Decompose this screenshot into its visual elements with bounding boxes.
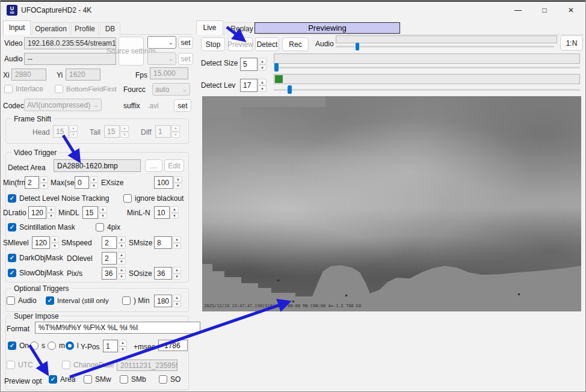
detect-size-value[interactable]: 5 bbox=[240, 58, 258, 71]
changedate-checkbox[interactable] bbox=[62, 361, 70, 369]
detect-lev-slider-track[interactable] bbox=[274, 89, 580, 91]
spin-down-icon[interactable]: ▼ bbox=[117, 274, 126, 280]
exsize-spin-buttons[interactable]: ▲▼ bbox=[174, 176, 182, 189]
ypos-spin-buttons[interactable]: ▲▼ bbox=[119, 340, 127, 352]
spin-down-icon[interactable]: ▼ bbox=[258, 64, 267, 71]
spin-down-icon[interactable]: ▼ bbox=[173, 274, 181, 280]
spin-down-icon[interactable]: ▼ bbox=[171, 132, 180, 138]
audio-set-button[interactable]: set bbox=[178, 53, 193, 65]
detect-lev-slider-thumb[interactable] bbox=[288, 85, 292, 94]
spin-up-icon[interactable]: ▲ bbox=[117, 236, 126, 243]
spin-down-icon[interactable]: ▼ bbox=[120, 132, 129, 138]
detect-button[interactable]: Detect bbox=[255, 37, 279, 51]
smb-checkbox[interactable] bbox=[120, 375, 128, 384]
darkobjmask-checkbox[interactable]: ✓ bbox=[8, 254, 16, 262]
minln-spin-buttons[interactable]: ▲▼ bbox=[170, 206, 179, 219]
scintillation-mask-checkbox[interactable]: ✓ bbox=[8, 223, 16, 231]
utc-checkbox[interactable] bbox=[7, 361, 15, 369]
detect-size-slider-thumb[interactable] bbox=[274, 63, 279, 72]
interval-min-value[interactable]: 180 bbox=[154, 295, 172, 307]
min-frm-spin-buttons[interactable]: ▲▼ bbox=[40, 176, 48, 189]
tab-operation[interactable]: Operation bbox=[32, 22, 70, 35]
area-checkbox[interactable]: ✓ bbox=[49, 375, 57, 384]
spin-up-icon[interactable]: ▲ bbox=[173, 267, 181, 274]
spin-up-icon[interactable]: ▲ bbox=[51, 236, 59, 243]
size-l-radio[interactable] bbox=[66, 341, 74, 350]
smspeed-value[interactable]: 2 bbox=[102, 236, 117, 249]
maximize-button[interactable]: □ bbox=[531, 2, 558, 19]
spin-down-icon[interactable]: ▼ bbox=[117, 259, 126, 265]
detect-area-field[interactable]: DA2880-1620.bmp bbox=[54, 159, 141, 172]
spin-up-icon[interactable]: ▲ bbox=[258, 58, 267, 64]
interval-checkbox[interactable]: ✓ bbox=[46, 296, 54, 305]
dolevel-value[interactable]: 2 bbox=[102, 252, 117, 265]
video-set-button[interactable]: set bbox=[178, 37, 193, 49]
audio-slider-thumb[interactable] bbox=[356, 43, 359, 51]
tab-db[interactable]: DB bbox=[100, 22, 120, 35]
fourpix-checkbox[interactable] bbox=[96, 223, 104, 231]
close-button[interactable]: ✕ bbox=[558, 2, 584, 19]
interval-min-spin-buttons[interactable]: ▲▼ bbox=[173, 295, 181, 307]
max-sec-value[interactable]: 0 bbox=[75, 176, 89, 189]
spin-up-icon[interactable]: ▲ bbox=[174, 176, 182, 183]
detect-area-edit-button[interactable]: Edit bbox=[164, 159, 184, 172]
stop-button[interactable]: Stop bbox=[201, 37, 225, 51]
spin-down-icon[interactable]: ▼ bbox=[170, 213, 179, 219]
minln-value[interactable]: 10 bbox=[154, 206, 170, 219]
tab-input[interactable]: Input bbox=[3, 20, 31, 35]
spin-up-icon[interactable]: ▲ bbox=[171, 125, 180, 132]
dlratio-value[interactable]: 120 bbox=[28, 206, 46, 219]
minimize-button[interactable]: — bbox=[505, 2, 531, 19]
tab-live[interactable]: Live bbox=[196, 20, 223, 35]
spin-down-icon[interactable]: ▼ bbox=[51, 243, 59, 250]
interlace-checkbox[interactable] bbox=[4, 85, 13, 93]
spin-down-icon[interactable]: ▼ bbox=[117, 243, 126, 250]
spin-up-icon[interactable]: ▲ bbox=[119, 340, 127, 346]
size-m-radio[interactable] bbox=[48, 341, 56, 350]
spin-up-icon[interactable]: ▲ bbox=[170, 206, 179, 213]
spin-up-icon[interactable]: ▲ bbox=[173, 295, 181, 301]
mindl-value[interactable]: 15 bbox=[82, 206, 98, 219]
smsize-value[interactable]: 8 bbox=[154, 236, 172, 249]
head-spin-buttons[interactable]: ▲▼ bbox=[69, 125, 78, 138]
audio-select-dropdown[interactable]: ⌄ bbox=[147, 52, 176, 65]
audio-trigger-checkbox[interactable] bbox=[7, 296, 15, 305]
smspeed-spin-buttons[interactable]: ▲▼ bbox=[117, 236, 126, 249]
ignore-blackout-checkbox[interactable] bbox=[123, 194, 132, 203]
spin-down-icon[interactable]: ▼ bbox=[258, 85, 267, 92]
dolevel-spin-buttons[interactable]: ▲▼ bbox=[117, 252, 126, 265]
detect-lev-spin-buttons[interactable]: ▲▼ bbox=[258, 79, 267, 92]
paren-min-checkbox[interactable] bbox=[122, 296, 131, 305]
spin-up-icon[interactable]: ▲ bbox=[90, 176, 98, 183]
format-field[interactable]: %T%M%f%Y %F%X %L %i %I bbox=[35, 322, 200, 334]
spin-up-icon[interactable]: ▲ bbox=[47, 206, 55, 213]
audio-source-field[interactable]: -- bbox=[24, 53, 116, 65]
spin-up-icon[interactable]: ▲ bbox=[120, 125, 129, 132]
max-sec-spin-buttons[interactable]: ▲▼ bbox=[90, 176, 98, 189]
msec-field[interactable]: -1786 bbox=[158, 340, 188, 351]
tail-spin-buttons[interactable]: ▲▼ bbox=[120, 125, 129, 138]
spin-up-icon[interactable]: ▲ bbox=[258, 79, 267, 85]
detect-size-slider-track[interactable] bbox=[274, 67, 580, 69]
smw-checkbox[interactable] bbox=[84, 375, 92, 384]
diff-value[interactable]: 1 bbox=[155, 125, 171, 138]
pixs-spin-buttons[interactable]: ▲▼ bbox=[117, 267, 126, 280]
smlevel-value[interactable]: 120 bbox=[32, 236, 50, 249]
codec-dropdown[interactable]: AVI(uncompressed)⌄ bbox=[24, 99, 102, 111]
spin-down-icon[interactable]: ▼ bbox=[119, 346, 127, 353]
detect-level-noise-tracking-checkbox[interactable]: ✓ bbox=[8, 194, 16, 203]
spin-up-icon[interactable]: ▲ bbox=[69, 125, 78, 132]
spin-up-icon[interactable]: ▲ bbox=[40, 176, 48, 183]
audio-slider-track[interactable] bbox=[336, 46, 554, 47]
bottomfieldfirst-checkbox[interactable] bbox=[55, 85, 63, 93]
detect-size-spin-buttons[interactable]: ▲▼ bbox=[258, 58, 267, 71]
spin-down-icon[interactable]: ▼ bbox=[69, 132, 78, 138]
spin-up-icon[interactable]: ▲ bbox=[117, 252, 126, 259]
dlratio-spin-buttons[interactable]: ▲▼ bbox=[47, 206, 55, 219]
suffix-set-button[interactable]: set bbox=[174, 99, 191, 112]
spin-down-icon[interactable]: ▼ bbox=[173, 301, 181, 308]
spin-up-icon[interactable]: ▲ bbox=[117, 267, 126, 274]
spin-down-icon[interactable]: ▼ bbox=[90, 183, 98, 189]
source-settings-button[interactable]: Source settings bbox=[119, 37, 144, 66]
preview-button[interactable]: Preview bbox=[228, 37, 253, 51]
